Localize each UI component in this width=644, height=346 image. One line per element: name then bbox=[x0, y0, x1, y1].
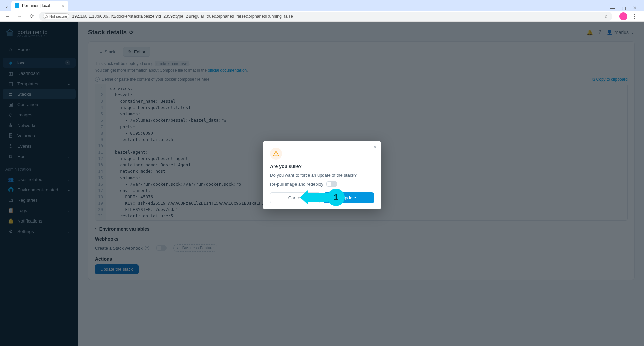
url-text: 192.168.1.18:9000/#!/2/docker/stacks/bes… bbox=[72, 14, 601, 19]
svg-point-2 bbox=[276, 155, 276, 155]
tab-dropdown[interactable]: ⌄ bbox=[2, 1, 11, 11]
warning-triangle-icon bbox=[273, 150, 279, 157]
modal-close-icon[interactable]: × bbox=[374, 144, 377, 150]
reload-button[interactable]: ⟳ bbox=[27, 12, 36, 21]
back-button[interactable]: ← bbox=[3, 12, 12, 21]
callout-annotation: 1 bbox=[308, 189, 345, 206]
window-controls: — ▢ ✕ bbox=[605, 5, 642, 11]
modal-title: Are you sure? bbox=[270, 164, 374, 169]
modal-toggle-label: Re-pull image and redeploy bbox=[270, 182, 323, 187]
address-bar: ← → ⟳ △ Not secure 192.168.1.18:9000/#!/… bbox=[0, 11, 644, 22]
not-secure-label: Not secure bbox=[49, 14, 67, 18]
favicon bbox=[15, 3, 19, 8]
repull-toggle[interactable] bbox=[326, 181, 337, 187]
forward-button[interactable]: → bbox=[15, 12, 24, 21]
close-window-icon[interactable]: ✕ bbox=[633, 5, 637, 11]
callout-number: 1 bbox=[327, 189, 345, 206]
profile-avatar[interactable] bbox=[619, 12, 627, 20]
chrome-right: ⋮ bbox=[615, 12, 641, 20]
tab-strip: ⌄ Portainer | local × — ▢ ✕ bbox=[0, 0, 644, 11]
maximize-icon[interactable]: ▢ bbox=[622, 5, 626, 11]
warning-triangle-icon: △ bbox=[45, 14, 48, 18]
tab-close-icon[interactable]: × bbox=[61, 2, 65, 9]
modal-toggle-row: Re-pull image and redeploy bbox=[270, 181, 374, 187]
kebab-menu-icon[interactable]: ⋮ bbox=[631, 13, 637, 20]
browser-tab[interactable]: Portainer | local × bbox=[11, 1, 68, 11]
warning-icon-wrap bbox=[270, 148, 282, 160]
browser-chrome: ⌄ Portainer | local × — ▢ ✕ ← → ⟳ △ Not … bbox=[0, 0, 644, 22]
bookmark-star-icon[interactable]: ☆ bbox=[604, 13, 608, 19]
security-chip[interactable]: △ Not secure bbox=[43, 13, 69, 19]
app-root: « portainer.io COMMUNITY EDITION ⌂ Home … bbox=[0, 22, 644, 346]
address-input-wrap[interactable]: △ Not secure 192.168.1.18:9000/#!/2/dock… bbox=[39, 12, 612, 21]
minimize-icon[interactable]: — bbox=[610, 5, 615, 11]
tab-title: Portainer | local bbox=[22, 3, 58, 8]
callout-arrow-shape bbox=[308, 193, 328, 202]
modal-text: Do you want to force an update of the st… bbox=[270, 172, 374, 178]
